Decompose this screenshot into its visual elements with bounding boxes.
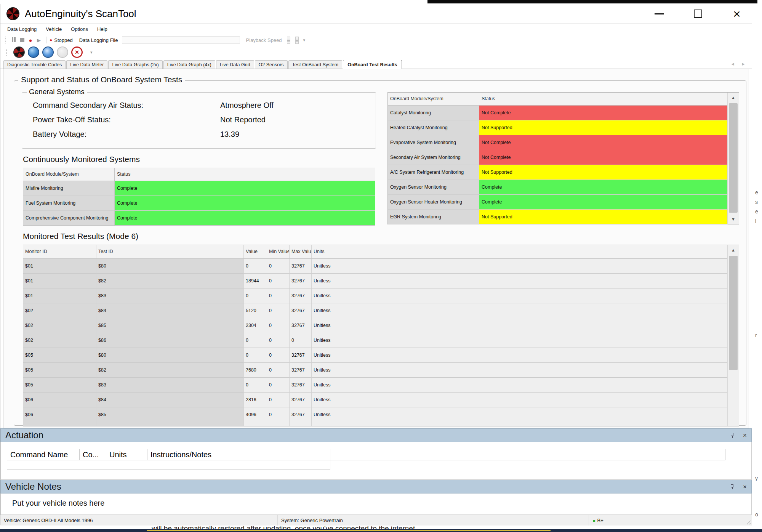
tab-o2-sensors[interactable]: O2 Sensors — [255, 60, 288, 69]
cell: Unitless — [312, 288, 728, 303]
table-row[interactable]: $06$854096032767Unitless — [23, 407, 728, 422]
tab-live-data-grid[interactable]: Live Data Grid — [216, 60, 254, 69]
toolbar-overflow-icon[interactable]: ▾ — [90, 50, 93, 55]
column-header[interactable]: Value — [244, 245, 267, 258]
menu-options[interactable]: Options — [71, 26, 88, 32]
column-header[interactable]: Units — [106, 449, 147, 460]
column-header[interactable]: OnBoard Module/System — [23, 168, 115, 181]
stopped-status-label: Stopped — [54, 37, 72, 43]
tab-live-data-meter[interactable]: Live Data Meter — [66, 60, 107, 69]
playback-volume-slider[interactable] — [295, 37, 299, 44]
record-button[interactable]: ● — [26, 36, 35, 44]
toolbar-grip[interactable] — [5, 37, 7, 43]
tab-onboard-test-results[interactable]: OnBoard Test Results — [343, 60, 402, 69]
stop-button[interactable] — [18, 36, 26, 44]
status-bar: Vehicle: Generic OBD-II All Models 1996 … — [0, 515, 752, 526]
column-header[interactable]: Instructions/Notes — [147, 449, 330, 460]
table-row[interactable]: Secondary Air System MonitoringNot Compl… — [388, 150, 728, 165]
menu-data-logging[interactable]: Data Logging — [7, 26, 37, 32]
scroll-down-icon[interactable]: ▼ — [728, 214, 739, 224]
table-row[interactable]: $01$8218944032767Unitless — [23, 274, 728, 288]
table-row[interactable]: $01$800032767Unitless — [23, 259, 728, 274]
cell: 32767 — [290, 318, 312, 333]
vehicle-notes-panel-header: Vehicle Notes × — [0, 480, 752, 494]
cell: $82 — [96, 363, 244, 378]
column-header[interactable]: Co... — [80, 449, 106, 460]
vehicle-notes-input[interactable]: Put your vehicle notes here — [0, 494, 752, 515]
close-panel-icon[interactable]: × — [743, 484, 747, 490]
table-row[interactable]: $05$830032767Unitless — [23, 378, 728, 393]
scrollbar[interactable]: ▲ ▼ — [727, 93, 739, 224]
toolbar-grip[interactable] — [6, 49, 8, 56]
tab-test-onboard-system[interactable]: Test OnBoard System — [288, 60, 343, 69]
play-button[interactable]: ▶ — [35, 36, 43, 44]
tab-scroll-right-icon[interactable]: ► — [741, 61, 746, 67]
tab-diagnostic-trouble-codes[interactable]: Diagnostic Trouble Codes — [3, 60, 66, 69]
background-letter-fragment: y — [755, 475, 758, 481]
actuation-panel-header: Actuation × — [0, 428, 752, 442]
table-row[interactable]: EGR System MonitoringNot Supported — [388, 210, 728, 224]
table-row[interactable]: Heated Catalyst MonitoringNot Supported — [388, 120, 728, 135]
table-row[interactable]: $02$852304032767Unitless — [23, 318, 728, 333]
pause-button[interactable] — [10, 36, 18, 44]
table-row[interactable]: Fuel System MonitoringComplete — [23, 196, 375, 211]
field-label: Command Secondary Air Status: — [33, 101, 220, 110]
data-logging-file-input[interactable] — [122, 36, 240, 44]
scrollbar-thumb[interactable] — [729, 103, 738, 213]
table-row[interactable]: $01$830032767Unitless — [23, 288, 728, 303]
table-row[interactable]: Oxygen Sensor MonitoringComplete — [388, 180, 728, 195]
slider-thumb[interactable] — [287, 40, 290, 42]
pin-icon[interactable] — [729, 433, 735, 438]
menu-help[interactable]: Help — [97, 26, 107, 32]
web-link-icon[interactable] — [28, 46, 39, 58]
scrollbar-thumb[interactable] — [729, 256, 738, 370]
cell: 0 — [267, 303, 290, 318]
tab-live-data-graph-4x[interactable]: Live Data Graph (4x) — [163, 60, 215, 69]
column-header[interactable]: Min Value — [267, 245, 290, 258]
column-header[interactable]: Command Name — [7, 449, 80, 460]
table-row[interactable]: $05$800032767Unitless — [23, 348, 728, 363]
column-header[interactable]: Max Value — [290, 245, 312, 258]
close-button[interactable]: × — [730, 6, 744, 21]
pin-icon[interactable] — [729, 484, 735, 489]
playback-speed-slider[interactable] — [287, 37, 290, 44]
cell: Unitless — [312, 259, 728, 274]
close-panel-icon[interactable]: × — [743, 432, 747, 439]
title-bar[interactable]: AutoEnginuity's ScanTool × — [0, 4, 752, 23]
scroll-up-icon[interactable]: ▲ — [728, 245, 739, 255]
tab-scroll-left-icon[interactable]: ◄ — [730, 61, 735, 67]
slider-thumb[interactable] — [296, 40, 298, 42]
connect-vehicle-icon[interactable] — [13, 46, 25, 58]
table-row[interactable]: $02$86000Unitless — [23, 333, 728, 348]
window-title: AutoEnginuity's ScanTool — [25, 8, 136, 20]
table-row[interactable]: A/C System Refrigerant MonitoringNot Sup… — [388, 165, 728, 180]
table-row[interactable]: $05$827680032767Unitless — [23, 363, 728, 378]
column-header[interactable]: Test ID — [96, 245, 244, 258]
table-row[interactable]: $02$845120032767Unitless — [23, 303, 728, 318]
tab-live-data-graphs-2x[interactable]: Live Data Graphs (2x) — [108, 60, 162, 69]
table-row[interactable]: Comprehensive Component MonitoringComple… — [23, 211, 375, 226]
column-header[interactable]: Status — [115, 168, 375, 181]
menu-vehicle[interactable]: Vehicle — [46, 26, 62, 32]
cell: $84 — [96, 393, 244, 407]
disabled-action-icon[interactable] — [57, 46, 68, 58]
column-header[interactable]: Status — [479, 93, 728, 105]
table-row[interactable]: Catalyst MonitoringNot Complete — [388, 106, 728, 120]
cell: 32767 — [290, 393, 312, 407]
scrollbar[interactable]: ▲ — [727, 245, 739, 426]
table-row[interactable]: Oxygen Sensor Heater MonitoringComplete — [388, 195, 728, 210]
cell: 0 — [244, 348, 267, 363]
table-row[interactable]: Evaporative System MonitoringNot Complet… — [388, 135, 728, 150]
minimize-button[interactable] — [652, 6, 666, 21]
cell: $05 — [23, 363, 96, 378]
column-header[interactable]: OnBoard Module/System — [388, 93, 479, 105]
scroll-up-icon[interactable]: ▲ — [728, 93, 739, 103]
maximize-button[interactable] — [691, 6, 705, 21]
toolbar-overflow-icon[interactable]: ▾ — [303, 38, 306, 43]
disconnect-icon[interactable]: × — [71, 46, 83, 58]
live-data-icon[interactable] — [42, 46, 54, 58]
table-row[interactable]: Misfire MonitoringComplete — [23, 181, 375, 196]
table-row[interactable]: $06$842816032767Unitless — [23, 393, 728, 407]
column-header[interactable]: Units — [312, 245, 728, 258]
column-header[interactable]: Monitor ID — [23, 245, 96, 258]
